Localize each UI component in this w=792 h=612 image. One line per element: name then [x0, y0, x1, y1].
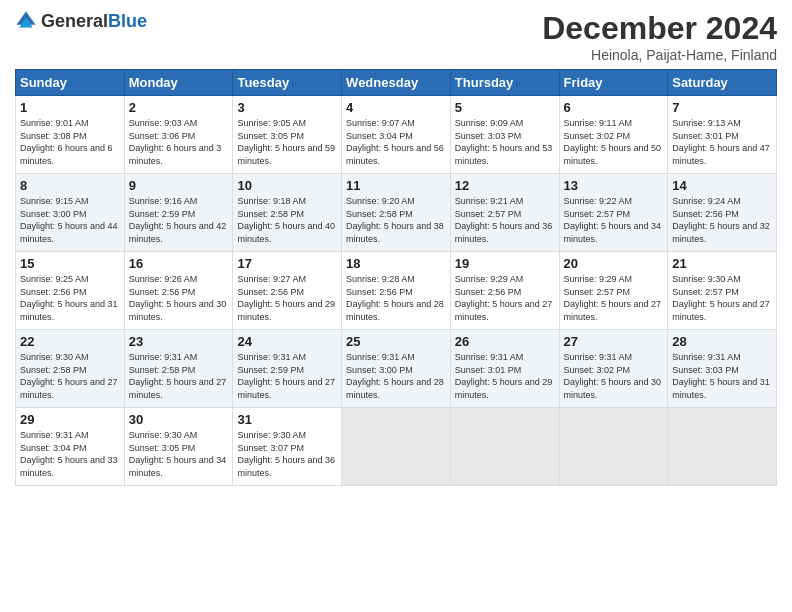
day-info: Sunrise: 9:31 AMSunset: 3:02 PMDaylight:… — [564, 352, 662, 400]
calendar-week-3: 15Sunrise: 9:25 AMSunset: 2:56 PMDayligh… — [16, 252, 777, 330]
day-info: Sunrise: 9:13 AMSunset: 3:01 PMDaylight:… — [672, 118, 770, 166]
day-number: 15 — [20, 256, 120, 271]
col-wednesday: Wednesday — [342, 70, 451, 96]
day-number: 10 — [237, 178, 337, 193]
day-number: 9 — [129, 178, 229, 193]
day-number: 3 — [237, 100, 337, 115]
day-number: 23 — [129, 334, 229, 349]
day-info: Sunrise: 9:03 AMSunset: 3:06 PMDaylight:… — [129, 118, 222, 166]
day-number: 1 — [20, 100, 120, 115]
calendar-table: Sunday Monday Tuesday Wednesday Thursday… — [15, 69, 777, 486]
calendar-cell: 12Sunrise: 9:21 AMSunset: 2:57 PMDayligh… — [450, 174, 559, 252]
col-tuesday: Tuesday — [233, 70, 342, 96]
day-number: 11 — [346, 178, 446, 193]
calendar-week-1: 1Sunrise: 9:01 AMSunset: 3:08 PMDaylight… — [16, 96, 777, 174]
logo-text: GeneralBlue — [41, 11, 147, 32]
day-info: Sunrise: 9:30 AMSunset: 3:05 PMDaylight:… — [129, 430, 227, 478]
day-number: 25 — [346, 334, 446, 349]
day-info: Sunrise: 9:18 AMSunset: 2:58 PMDaylight:… — [237, 196, 335, 244]
day-info: Sunrise: 9:27 AMSunset: 2:56 PMDaylight:… — [237, 274, 335, 322]
day-info: Sunrise: 9:29 AMSunset: 2:57 PMDaylight:… — [564, 274, 662, 322]
calendar-cell: 15Sunrise: 9:25 AMSunset: 2:56 PMDayligh… — [16, 252, 125, 330]
day-number: 22 — [20, 334, 120, 349]
day-number: 2 — [129, 100, 229, 115]
day-info: Sunrise: 9:29 AMSunset: 2:56 PMDaylight:… — [455, 274, 553, 322]
day-info: Sunrise: 9:24 AMSunset: 2:56 PMDaylight:… — [672, 196, 770, 244]
month-title: December 2024 — [542, 10, 777, 47]
calendar-cell: 5Sunrise: 9:09 AMSunset: 3:03 PMDaylight… — [450, 96, 559, 174]
day-info: Sunrise: 9:25 AMSunset: 2:56 PMDaylight:… — [20, 274, 118, 322]
logo-general: General — [41, 11, 108, 31]
calendar-cell: 30Sunrise: 9:30 AMSunset: 3:05 PMDayligh… — [124, 408, 233, 486]
location-subtitle: Heinola, Paijat-Hame, Finland — [542, 47, 777, 63]
day-number: 28 — [672, 334, 772, 349]
col-monday: Monday — [124, 70, 233, 96]
calendar-cell: 24Sunrise: 9:31 AMSunset: 2:59 PMDayligh… — [233, 330, 342, 408]
day-number: 7 — [672, 100, 772, 115]
day-info: Sunrise: 9:01 AMSunset: 3:08 PMDaylight:… — [20, 118, 113, 166]
header-row: Sunday Monday Tuesday Wednesday Thursday… — [16, 70, 777, 96]
day-number: 12 — [455, 178, 555, 193]
day-number: 31 — [237, 412, 337, 427]
day-info: Sunrise: 9:09 AMSunset: 3:03 PMDaylight:… — [455, 118, 553, 166]
calendar-cell: 2Sunrise: 9:03 AMSunset: 3:06 PMDaylight… — [124, 96, 233, 174]
calendar-cell: 8Sunrise: 9:15 AMSunset: 3:00 PMDaylight… — [16, 174, 125, 252]
day-info: Sunrise: 9:28 AMSunset: 2:56 PMDaylight:… — [346, 274, 444, 322]
day-number: 27 — [564, 334, 664, 349]
calendar-cell: 25Sunrise: 9:31 AMSunset: 3:00 PMDayligh… — [342, 330, 451, 408]
header-area: GeneralBlue December 2024 Heinola, Paija… — [15, 10, 777, 63]
calendar-cell: 6Sunrise: 9:11 AMSunset: 3:02 PMDaylight… — [559, 96, 668, 174]
calendar-cell: 7Sunrise: 9:13 AMSunset: 3:01 PMDaylight… — [668, 96, 777, 174]
col-saturday: Saturday — [668, 70, 777, 96]
calendar-cell: 26Sunrise: 9:31 AMSunset: 3:01 PMDayligh… — [450, 330, 559, 408]
calendar-cell: 14Sunrise: 9:24 AMSunset: 2:56 PMDayligh… — [668, 174, 777, 252]
calendar-cell — [668, 408, 777, 486]
day-number: 14 — [672, 178, 772, 193]
calendar-week-2: 8Sunrise: 9:15 AMSunset: 3:00 PMDaylight… — [16, 174, 777, 252]
day-number: 19 — [455, 256, 555, 271]
logo-icon — [15, 10, 37, 32]
day-number: 6 — [564, 100, 664, 115]
calendar-cell — [559, 408, 668, 486]
day-info: Sunrise: 9:31 AMSunset: 3:01 PMDaylight:… — [455, 352, 553, 400]
day-info: Sunrise: 9:07 AMSunset: 3:04 PMDaylight:… — [346, 118, 444, 166]
calendar-cell: 23Sunrise: 9:31 AMSunset: 2:58 PMDayligh… — [124, 330, 233, 408]
calendar-week-5: 29Sunrise: 9:31 AMSunset: 3:04 PMDayligh… — [16, 408, 777, 486]
day-number: 16 — [129, 256, 229, 271]
calendar-cell: 9Sunrise: 9:16 AMSunset: 2:59 PMDaylight… — [124, 174, 233, 252]
day-info: Sunrise: 9:05 AMSunset: 3:05 PMDaylight:… — [237, 118, 335, 166]
calendar-cell: 22Sunrise: 9:30 AMSunset: 2:58 PMDayligh… — [16, 330, 125, 408]
day-info: Sunrise: 9:15 AMSunset: 3:00 PMDaylight:… — [20, 196, 118, 244]
day-info: Sunrise: 9:30 AMSunset: 2:57 PMDaylight:… — [672, 274, 770, 322]
calendar-cell: 19Sunrise: 9:29 AMSunset: 2:56 PMDayligh… — [450, 252, 559, 330]
col-sunday: Sunday — [16, 70, 125, 96]
calendar-cell: 3Sunrise: 9:05 AMSunset: 3:05 PMDaylight… — [233, 96, 342, 174]
day-info: Sunrise: 9:26 AMSunset: 2:56 PMDaylight:… — [129, 274, 227, 322]
calendar-week-4: 22Sunrise: 9:30 AMSunset: 2:58 PMDayligh… — [16, 330, 777, 408]
day-number: 5 — [455, 100, 555, 115]
calendar-cell: 1Sunrise: 9:01 AMSunset: 3:08 PMDaylight… — [16, 96, 125, 174]
calendar-cell: 29Sunrise: 9:31 AMSunset: 3:04 PMDayligh… — [16, 408, 125, 486]
day-info: Sunrise: 9:11 AMSunset: 3:02 PMDaylight:… — [564, 118, 662, 166]
day-info: Sunrise: 9:31 AMSunset: 2:58 PMDaylight:… — [129, 352, 227, 400]
col-friday: Friday — [559, 70, 668, 96]
calendar-cell: 31Sunrise: 9:30 AMSunset: 3:07 PMDayligh… — [233, 408, 342, 486]
calendar-container: GeneralBlue December 2024 Heinola, Paija… — [0, 0, 792, 496]
calendar-cell: 4Sunrise: 9:07 AMSunset: 3:04 PMDaylight… — [342, 96, 451, 174]
logo: GeneralBlue — [15, 10, 147, 32]
day-info: Sunrise: 9:20 AMSunset: 2:58 PMDaylight:… — [346, 196, 444, 244]
calendar-cell: 11Sunrise: 9:20 AMSunset: 2:58 PMDayligh… — [342, 174, 451, 252]
day-info: Sunrise: 9:30 AMSunset: 3:07 PMDaylight:… — [237, 430, 335, 478]
day-info: Sunrise: 9:16 AMSunset: 2:59 PMDaylight:… — [129, 196, 227, 244]
calendar-cell: 21Sunrise: 9:30 AMSunset: 2:57 PMDayligh… — [668, 252, 777, 330]
day-number: 18 — [346, 256, 446, 271]
day-number: 21 — [672, 256, 772, 271]
day-info: Sunrise: 9:21 AMSunset: 2:57 PMDaylight:… — [455, 196, 553, 244]
day-number: 20 — [564, 256, 664, 271]
calendar-cell: 10Sunrise: 9:18 AMSunset: 2:58 PMDayligh… — [233, 174, 342, 252]
day-info: Sunrise: 9:30 AMSunset: 2:58 PMDaylight:… — [20, 352, 118, 400]
calendar-cell: 17Sunrise: 9:27 AMSunset: 2:56 PMDayligh… — [233, 252, 342, 330]
calendar-cell: 20Sunrise: 9:29 AMSunset: 2:57 PMDayligh… — [559, 252, 668, 330]
col-thursday: Thursday — [450, 70, 559, 96]
calendar-cell: 13Sunrise: 9:22 AMSunset: 2:57 PMDayligh… — [559, 174, 668, 252]
